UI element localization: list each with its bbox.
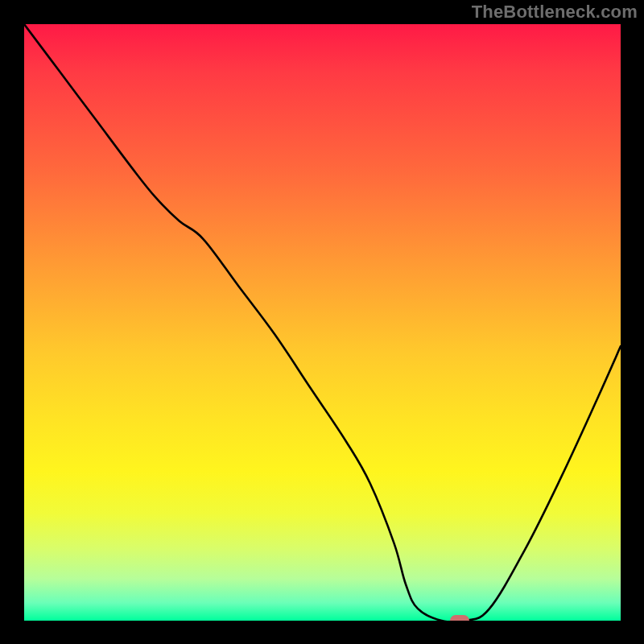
selected-point-marker <box>450 615 469 621</box>
curve-line <box>24 24 621 621</box>
chart-stage: TheBottleneck.com <box>0 0 644 644</box>
watermark-text: TheBottleneck.com <box>472 2 638 23</box>
plot-area <box>24 24 621 621</box>
